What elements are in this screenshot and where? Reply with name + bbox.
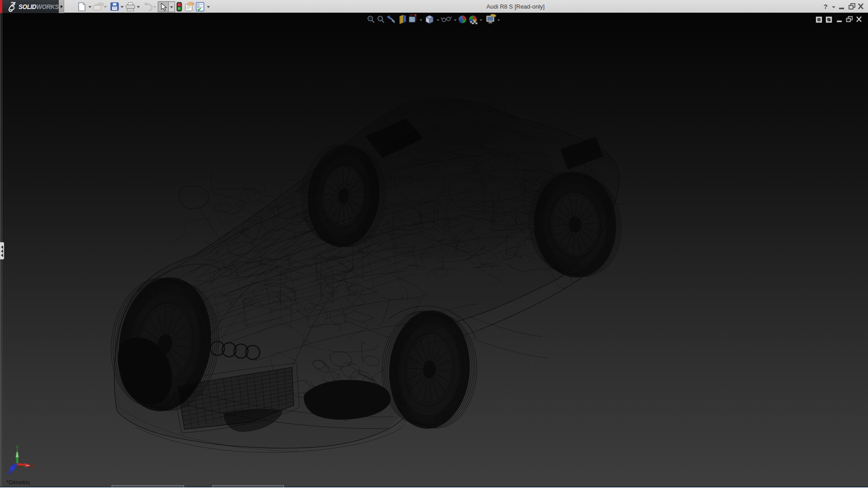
svg-text:?: ?	[823, 3, 827, 10]
